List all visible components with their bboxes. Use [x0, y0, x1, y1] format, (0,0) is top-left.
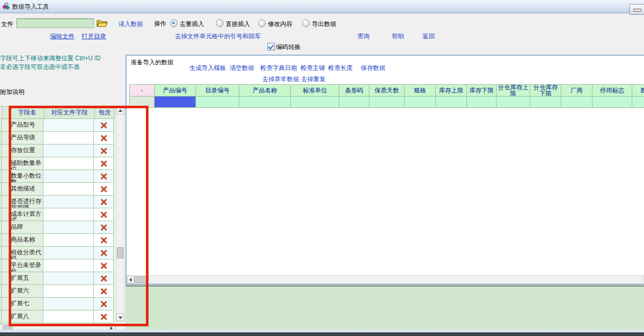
action-去掉重复[interactable]: 去掉重复	[301, 75, 326, 84]
file-field-cell[interactable]	[43, 285, 94, 298]
grid-data-cell[interactable]	[592, 97, 632, 108]
file-field-cell[interactable]	[43, 132, 94, 145]
table-row: 是否进行存货管理	[0, 196, 114, 208]
help-link[interactable]: 帮助	[392, 32, 404, 41]
edit-file-link[interactable]: 编辑文件	[50, 32, 75, 41]
file-field-cell[interactable]	[43, 157, 94, 170]
field-name-cell[interactable]: 产品型号	[9, 119, 43, 132]
action-生成导入模板[interactable]: 生成导入模板	[189, 64, 226, 73]
grid-data-cell[interactable]	[196, 97, 239, 108]
action-去掉异常数据[interactable]: 去掉异常数据	[262, 75, 299, 84]
grid-data-cell[interactable]	[632, 97, 644, 108]
include-cell[interactable]	[94, 119, 114, 132]
file-field-cell[interactable]	[43, 119, 94, 132]
query-link[interactable]: 查询	[357, 32, 369, 41]
field-name-cell[interactable]: 其他描述	[9, 183, 43, 196]
action-检查字典日期[interactable]: 检查字典日期	[260, 64, 297, 73]
include-cell[interactable]	[94, 285, 114, 298]
grid-data-cell[interactable]	[155, 97, 196, 108]
scroll-down-button[interactable]	[116, 314, 124, 321]
include-cell[interactable]	[94, 145, 114, 157]
action-清空数据[interactable]: 清空数据	[230, 64, 254, 73]
file-field-cell[interactable]	[43, 170, 94, 183]
grid-data-cell[interactable]	[339, 97, 369, 108]
radio-icon	[258, 19, 266, 27]
file-field-cell[interactable]	[43, 298, 94, 310]
field-name-cell[interactable]: 扩展七	[9, 298, 43, 310]
include-cell[interactable]	[94, 234, 114, 247]
file-field-cell[interactable]	[43, 259, 94, 272]
grid-data-cell[interactable]	[436, 97, 467, 108]
include-cell[interactable]	[94, 298, 114, 310]
operation-radio-2[interactable]: 直接插入	[216, 19, 250, 29]
include-cell[interactable]	[94, 157, 114, 170]
not-included-icon	[101, 250, 107, 256]
read-data-link[interactable]: 读入数据	[118, 20, 143, 29]
grid-hscroll-thumb[interactable]	[134, 276, 146, 283]
include-cell[interactable]	[94, 310, 114, 323]
file-field-cell[interactable]	[43, 208, 94, 221]
file-field-cell[interactable]	[43, 183, 94, 196]
action-检查长度[interactable]: 检查长度	[328, 64, 353, 73]
grid-data-cell[interactable]	[239, 97, 291, 108]
field-name-cell[interactable]: 扩展六	[9, 285, 43, 298]
field-name-cell[interactable]: 存放位置	[9, 145, 43, 157]
field-name-cell[interactable]: 数量小数位数	[9, 170, 43, 183]
include-cell[interactable]	[94, 208, 114, 221]
field-name-cell[interactable]: 产品等级	[9, 132, 43, 145]
action-检查主键[interactable]: 检查主键	[301, 64, 325, 73]
file-field-cell[interactable]	[43, 145, 94, 157]
field-name-cell[interactable]: 税收分类代码	[9, 247, 43, 259]
include-cell[interactable]	[94, 221, 114, 234]
strip-quotes-link[interactable]: 去掉文件单元格中的引号和回车	[175, 32, 261, 41]
field-name-cell[interactable]: 是否进行存货管理	[9, 196, 43, 208]
grid-data-cell[interactable]	[530, 97, 561, 108]
minimize-button[interactable]	[629, 4, 644, 15]
include-cell[interactable]	[94, 132, 114, 145]
action-保存数据[interactable]: 保存数据	[361, 64, 385, 73]
file-field-cell[interactable]	[43, 272, 94, 285]
operation-radio-3[interactable]: 修改内容	[258, 19, 292, 29]
include-cell[interactable]	[94, 259, 114, 272]
table-row: 产品型号	[0, 119, 114, 132]
field-name-cell[interactable]: 商品名称	[9, 234, 43, 247]
file-field-cell[interactable]	[43, 221, 94, 234]
file-path-input[interactable]	[16, 18, 94, 28]
field-name-cell[interactable]: 平台未登录价	[9, 259, 43, 272]
grid-scroll-left-button[interactable]	[127, 276, 134, 283]
vscroll-thumb[interactable]	[117, 247, 123, 258]
field-name-cell[interactable]: 成本计算方式	[9, 208, 43, 221]
grid-data-cell[interactable]	[291, 97, 339, 108]
operation-radio-1[interactable]: 去重插入	[170, 19, 204, 29]
grid-row-indicator-cell[interactable]	[129, 97, 155, 108]
include-cell[interactable]	[94, 170, 114, 183]
field-name-cell[interactable]: 辅助数量单位	[9, 157, 43, 170]
include-cell[interactable]	[94, 272, 114, 285]
scroll-up-button[interactable]	[116, 107, 124, 114]
open-dir-link[interactable]: 打开目录	[82, 32, 106, 41]
file-field-cell[interactable]	[43, 310, 94, 323]
field-name-cell[interactable]: 扩展八	[9, 310, 43, 323]
open-folder-icon[interactable]	[96, 19, 108, 28]
operation-radio-4[interactable]: 导出数据	[302, 19, 336, 29]
field-name-cell[interactable]: 品牌	[9, 221, 43, 234]
hint-move-fields: 字段可上下移动来调整位置 Ctrl+U /D	[0, 54, 101, 63]
radio-label: 导出数据	[312, 20, 336, 28]
file-field-cell[interactable]	[43, 234, 94, 247]
file-field-cell[interactable]	[43, 196, 94, 208]
grid-hscrollbar[interactable]	[127, 275, 644, 284]
field-name-cell[interactable]: 扩展五	[9, 272, 43, 285]
include-cell[interactable]	[94, 183, 114, 196]
grid-data-cell[interactable]	[497, 97, 530, 108]
grid-data-cell[interactable]	[561, 97, 592, 108]
include-cell[interactable]	[94, 247, 114, 259]
grid-data-cell[interactable]	[467, 97, 497, 108]
file-field-cell[interactable]	[43, 247, 94, 259]
table-row: 扩展七	[0, 298, 114, 310]
left-table-vscrollbar[interactable]	[116, 106, 125, 322]
back-link[interactable]: 返回	[423, 32, 435, 41]
include-cell[interactable]	[94, 196, 114, 208]
grid-data-cell[interactable]	[405, 97, 436, 108]
encoding-checkbox[interactable]	[267, 43, 275, 51]
grid-data-cell[interactable]	[369, 97, 405, 108]
